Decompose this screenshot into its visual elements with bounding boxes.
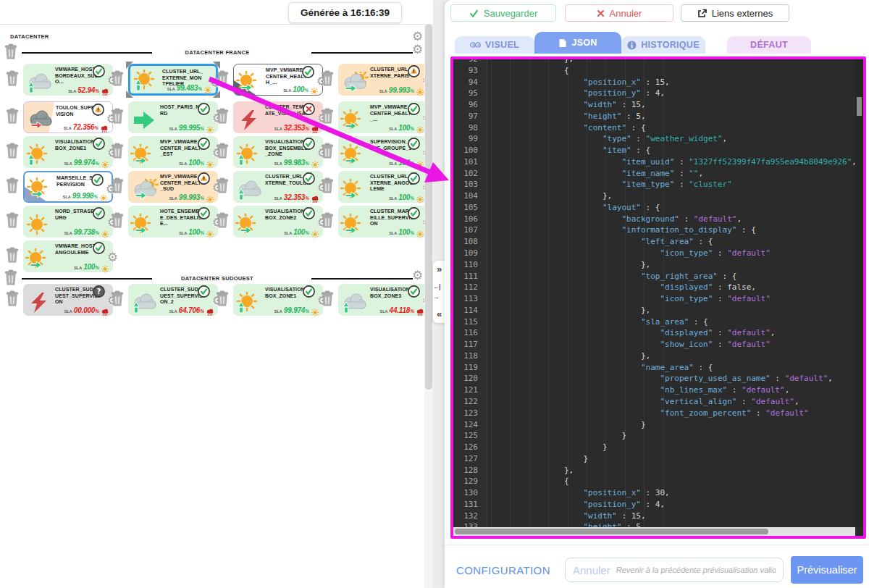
code-lines[interactable]: 92 },93 {94 "position_x" : 15,95 "positi…	[453, 59, 855, 527]
dashboard-tile[interactable]: MVP_VMWARE_VCENTER_HEALTH_...⚙SLA100%	[338, 101, 428, 133]
dashboard-tile[interactable]: CLUSTER_URL_EXTERNE_ANGOULEME⚙SLA100%	[338, 171, 428, 203]
save-button-label: Sauvegarder	[484, 8, 537, 19]
code-line: 98 "content" : {	[453, 122, 855, 134]
resize-handle-icon[interactable]: ←|→	[433, 282, 445, 302]
dashboard-tile[interactable]: VISUALISATION_BOX_ZONE1⚙SLA99.974%	[23, 136, 113, 168]
delete-tile-button[interactable]	[111, 143, 125, 160]
dashboard-tile[interactable]: HOST_PARIS_NORD⚙SLA99.995%	[128, 101, 218, 133]
code-line: 127 }	[453, 453, 855, 465]
preview-button[interactable]: Prévisualiser	[791, 556, 863, 584]
delete-tile-button[interactable]	[111, 108, 125, 125]
sun-arrow-right-icon	[130, 144, 159, 167]
code-line: 112 "displayed" : false,	[453, 282, 855, 293]
selection-handle[interactable]	[126, 62, 133, 69]
delete-tile-button[interactable]	[216, 143, 230, 160]
tab-visuel-label: VISUEL	[485, 40, 519, 50]
dashboard-tile[interactable]: HOTE_ENSEMBLE_DES_ETABLISSE...⚙SLA100%	[128, 206, 218, 238]
sun-mini-icon	[101, 161, 109, 169]
delete-group-button[interactable]	[4, 43, 19, 61]
delete-tile-button[interactable]	[111, 290, 125, 308]
trash-icon	[321, 143, 334, 159]
delete-tile-button[interactable]	[6, 177, 20, 195]
delete-tile-button[interactable]	[321, 290, 335, 308]
selection-handle[interactable]	[213, 62, 220, 69]
external-links-button[interactable]: Liens externes	[681, 4, 789, 22]
dashboard-tile[interactable]: MVP_VMWARE_VCENTER_HEALTH_...⚙SLA100%	[233, 64, 323, 96]
delete-tile-button[interactable]	[6, 212, 20, 230]
revert-preview-control[interactable]: Annuler Revenir à la précédente prévisua…	[565, 558, 784, 582]
delete-tile-button[interactable]	[216, 70, 230, 88]
delete-tile-button[interactable]	[216, 108, 230, 125]
tab-visuel[interactable]: VISUEL	[455, 36, 534, 54]
sun-mini-icon	[416, 196, 424, 203]
dashboard-tile[interactable]: SUPERVISION_SKYPE_GROUPE_1⚙SLA100%	[338, 136, 428, 168]
dashboard-tile[interactable]: MARSEILLE_SUPERVISION⚙SLA99.998%	[23, 171, 113, 203]
left-scrollbar[interactable]	[424, 24, 433, 588]
delete-tile-button[interactable]	[111, 212, 125, 230]
delete-tile-button[interactable]	[6, 247, 20, 264]
check-icon	[469, 9, 479, 18]
dashboard-tile[interactable]: VMWARE_HOST_ANGOULEME⚙SLA100%	[23, 240, 113, 272]
expand-left-button[interactable]: «	[437, 309, 442, 319]
check-badge	[303, 172, 315, 185]
delete-tile-button[interactable]	[6, 108, 20, 125]
sla-readout: SLA99.995%	[169, 124, 214, 132]
delete-tile-button[interactable]	[321, 70, 335, 88]
dashboard-tile[interactable]: CLUSTER_MARSEILLE_SUPERVISION⚙SLA100%	[338, 206, 428, 238]
collapse-right-button[interactable]: »	[437, 264, 442, 274]
dashboard-tile[interactable]: VISUALISATION_BOX_ZONE2⚙SLA100%	[233, 206, 323, 238]
delete-tile-button[interactable]	[321, 143, 335, 160]
tile-settings-gear[interactable]: ⚙	[107, 251, 118, 264]
selection-handle[interactable]	[213, 91, 220, 98]
delete-tile-button[interactable]	[6, 70, 20, 88]
group-settings-gear[interactable]: ⚙	[412, 30, 423, 43]
code-line: 133 "height" : 5,	[453, 521, 855, 527]
editor-horizontal-scrollbar[interactable]	[453, 527, 855, 536]
dashboard-tile[interactable]: NORD_STRASBOURG⚙SLA99.738%	[23, 206, 113, 238]
dashboard-tile[interactable]: MVP_VMWARE_VCENTER_HEALTH_EST⚙SLA100%	[128, 136, 218, 168]
group-settings-gear[interactable]: ⚙	[412, 43, 423, 56]
cancel-button[interactable]: Annuler	[565, 4, 673, 22]
delete-tile-button[interactable]	[321, 108, 335, 125]
dashboard-tile[interactable]: CLUSTER_SUDOUEST_SUPERVISION_2⚙SLA64.706…	[128, 284, 218, 316]
delete-tile-button[interactable]	[216, 177, 230, 195]
sla-readout: SLA99.483%	[167, 84, 212, 92]
dashboard-tile[interactable]: CLUSTER_URL_EXTERNE_PARIS⚙SLA99.993%	[338, 64, 428, 96]
save-button[interactable]: Sauvegarder	[450, 4, 556, 22]
tab-historique[interactable]: HISTORIQUE	[621, 36, 705, 54]
sla-weather-glyph	[416, 228, 424, 236]
left-scrollbar-thumb[interactable]	[425, 24, 432, 390]
line-number: 125	[453, 430, 487, 442]
dashboard-tile[interactable]: VISUALISATION_BOX_ZONE1⚙SLA99.974%	[233, 284, 323, 316]
delete-group-button[interactable]	[4, 269, 19, 287]
delete-tile-button[interactable]	[111, 70, 125, 88]
dashboard-tile[interactable]: CLUSTER_TEMPLATE_VISUALISA...⚙SLA32.353%	[233, 101, 323, 133]
delete-tile-button[interactable]	[6, 290, 20, 308]
sla-weather-glyph	[101, 86, 109, 94]
delete-tile-button[interactable]	[321, 177, 335, 195]
json-code-editor[interactable]: 92 },93 {94 "position_x" : 15,95 "positi…	[453, 59, 863, 536]
sla-weather-glyph	[311, 159, 319, 167]
editor-horizontal-scrollbar-thumb[interactable]	[455, 529, 768, 534]
sla-label: SLA	[274, 309, 282, 314]
tab-json[interactable]: JSON	[534, 32, 621, 54]
editor-vertical-scrollbar-thumb[interactable]	[857, 97, 862, 116]
dashboard-tile[interactable]: CLUSTER_URL_EXTERNE_TOULON⚙SLA32.353%	[233, 171, 323, 203]
dashboard-tile[interactable]: CLUSTER_URL_EXTERNE_MONTPELIER⚙SLA99.483…	[128, 64, 218, 96]
dashboard-tile[interactable]: MVP_VMWARE_VCENTER_HEALTH_SUD⚙SLA99.993%	[128, 171, 218, 203]
delete-tile-button[interactable]	[321, 212, 335, 230]
delete-tile-button[interactable]	[6, 143, 20, 160]
delete-tile-button[interactable]	[216, 212, 230, 230]
tab-defaut[interactable]: DÉFAUT	[727, 36, 811, 54]
dashboard-tile[interactable]: VMWARE_HOST_BORDEAUX_SUDO...⚙SLA52.94%	[23, 64, 113, 96]
dashboard-tile[interactable]: TOULON_SUPERVISION⚙SLA72.356%	[23, 101, 113, 133]
question-badge: ?	[93, 285, 105, 298]
selection-handle[interactable]	[126, 91, 133, 98]
delete-tile-button[interactable]	[216, 290, 230, 308]
dashboard-tile[interactable]: CLUSTER_SUDOUEST_SUPERVISION?⚙SLA00.000%	[23, 284, 113, 316]
editor-vertical-scrollbar[interactable]	[855, 59, 863, 527]
group-settings-gear[interactable]: ⚙	[412, 269, 423, 282]
dashboard-tile[interactable]: VISUALISATION_BOX_ZONE3⚙SLA44.118%	[338, 284, 428, 316]
delete-tile-button[interactable]	[111, 177, 125, 195]
dashboard-tile[interactable]: VISUALISATION_BOX_ENSEMBLE_ZONE⚙SLA99.98…	[233, 136, 323, 168]
